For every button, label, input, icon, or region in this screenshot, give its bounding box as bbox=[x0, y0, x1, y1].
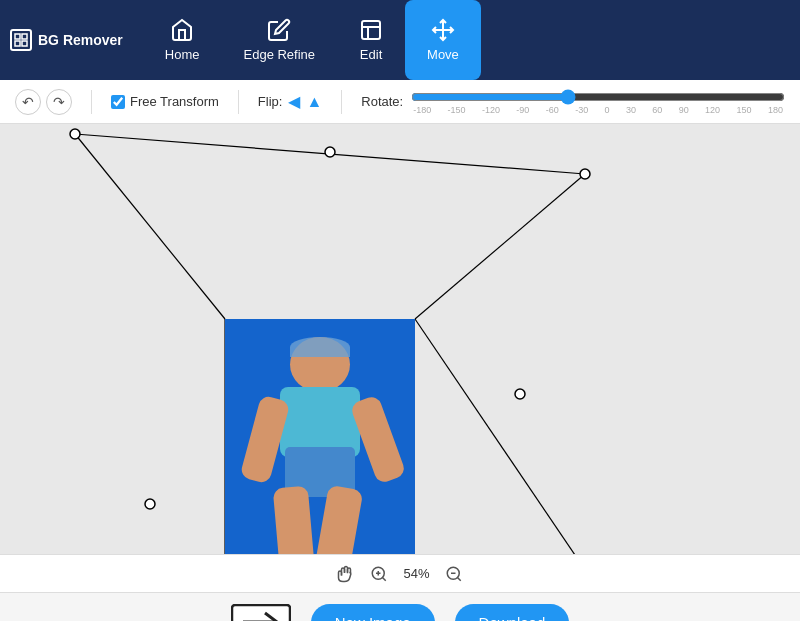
svg-line-7 bbox=[75, 134, 225, 319]
svg-rect-3 bbox=[22, 41, 27, 46]
zoom-level: 54% bbox=[403, 566, 429, 581]
divider-1 bbox=[91, 90, 92, 114]
nav-edit-label: Edit bbox=[360, 47, 382, 62]
nav-home-label: Home bbox=[165, 47, 200, 62]
svg-point-20 bbox=[145, 499, 155, 509]
rotate-label-90: 90 bbox=[679, 105, 689, 115]
nav-edge-refine[interactable]: Edge Refine bbox=[222, 0, 338, 80]
rotate-slider[interactable] bbox=[411, 89, 785, 105]
app-title: BG Remover bbox=[38, 32, 123, 48]
zoom-out-button[interactable] bbox=[445, 565, 463, 583]
rotate-container: -180 -150 -120 -90 -60 -30 0 30 60 90 12… bbox=[411, 89, 785, 115]
nav-edit[interactable]: Edit bbox=[337, 0, 405, 80]
hand-tool-button[interactable] bbox=[337, 565, 355, 583]
arrow-icon bbox=[231, 604, 291, 621]
redo-button[interactable]: ↷ bbox=[46, 89, 72, 115]
rotate-label: Rotate: bbox=[361, 94, 403, 109]
svg-line-11 bbox=[415, 319, 615, 554]
rotate-label-n150: -150 bbox=[448, 105, 466, 115]
logo-icon bbox=[10, 29, 32, 51]
undo-redo-group: ↶ ↷ bbox=[15, 89, 72, 115]
rotate-labels: -180 -150 -120 -90 -60 -30 0 30 60 90 12… bbox=[411, 105, 785, 115]
free-transform-checkbox[interactable] bbox=[111, 95, 125, 109]
arrow-indicator bbox=[231, 604, 291, 621]
hair-band bbox=[290, 337, 350, 357]
new-image-button[interactable]: New Image bbox=[311, 604, 435, 622]
divider-2 bbox=[238, 90, 239, 114]
rotate-label-0: 0 bbox=[605, 105, 610, 115]
rotate-label-120: 120 bbox=[705, 105, 720, 115]
svg-line-9 bbox=[75, 134, 585, 174]
svg-point-18 bbox=[515, 389, 525, 399]
rotate-label-n90: -90 bbox=[516, 105, 529, 115]
rotate-label-150: 150 bbox=[737, 105, 752, 115]
svg-rect-4 bbox=[362, 21, 380, 39]
rotate-label-30: 30 bbox=[626, 105, 636, 115]
svg-point-14 bbox=[580, 169, 590, 179]
zoom-in-button[interactable] bbox=[370, 565, 388, 583]
svg-point-13 bbox=[70, 129, 80, 139]
flip-horizontal-button[interactable]: ◀ bbox=[288, 92, 300, 111]
divider-3 bbox=[341, 90, 342, 114]
statusbar: 54% bbox=[0, 554, 800, 592]
nav-move-label: Move bbox=[427, 47, 459, 62]
main-image bbox=[225, 319, 415, 554]
toolbar: ↶ ↷ Free Transform Flip: ◀ ▲ Rotate: -18… bbox=[0, 80, 800, 124]
canvas-area bbox=[0, 124, 800, 554]
download-button[interactable]: Download bbox=[455, 604, 570, 622]
svg-rect-0 bbox=[15, 34, 20, 39]
child-figure bbox=[235, 332, 405, 555]
free-transform-label: Free Transform bbox=[130, 94, 219, 109]
nav-items: Home Edge Refine Edit bbox=[143, 0, 481, 80]
rotate-label-n60: -60 bbox=[546, 105, 559, 115]
svg-rect-28 bbox=[232, 605, 290, 621]
svg-line-26 bbox=[457, 577, 460, 580]
svg-line-22 bbox=[383, 577, 386, 580]
svg-rect-1 bbox=[22, 34, 27, 39]
flip-section: Flip: ◀ ▲ bbox=[258, 92, 322, 111]
rotate-label-n180: -180 bbox=[413, 105, 431, 115]
rotate-section: Rotate: -180 -150 -120 -90 -60 -30 0 30 … bbox=[361, 89, 785, 115]
free-transform-toggle[interactable]: Free Transform bbox=[111, 94, 219, 109]
app-logo: BG Remover bbox=[10, 29, 123, 51]
flip-label: Flip: bbox=[258, 94, 283, 109]
svg-rect-2 bbox=[15, 41, 20, 46]
svg-line-8 bbox=[415, 174, 585, 319]
rotate-label-n30: -30 bbox=[575, 105, 588, 115]
rotate-label-180: 180 bbox=[768, 105, 783, 115]
nav-move[interactable]: Move bbox=[405, 0, 481, 80]
flip-vertical-button[interactable]: ▲ bbox=[306, 93, 322, 111]
footer: New Image Download bbox=[0, 592, 800, 621]
navbar: BG Remover Home Edge Refine Edit bbox=[0, 0, 800, 80]
rotate-label-60: 60 bbox=[652, 105, 662, 115]
rotate-label-n120: -120 bbox=[482, 105, 500, 115]
svg-point-17 bbox=[325, 147, 335, 157]
nav-edge-refine-label: Edge Refine bbox=[244, 47, 316, 62]
nav-home[interactable]: Home bbox=[143, 0, 222, 80]
undo-button[interactable]: ↶ bbox=[15, 89, 41, 115]
